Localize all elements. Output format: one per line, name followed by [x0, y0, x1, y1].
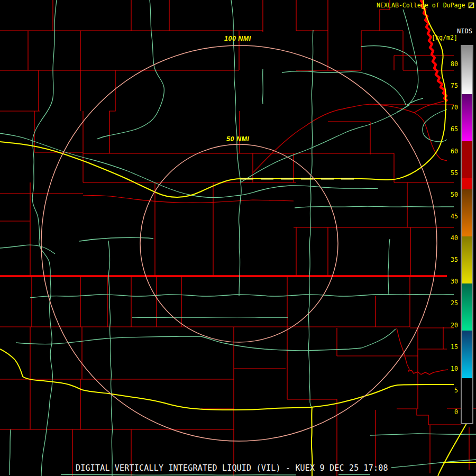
color-scale-tick-80: 80: [434, 60, 458, 68]
color-scale-tick-50: 50: [434, 191, 458, 198]
color-scale-tick-25: 25: [434, 299, 458, 307]
data-system-label: NIDS: [457, 28, 472, 35]
color-scale-segment-dark-red: [462, 141, 472, 179]
color-scale-segments: [462, 46, 472, 423]
color-scale-segment-olive-yellow: [462, 236, 472, 283]
color-scale-segment-bright-red: [462, 178, 472, 189]
range-ring-label-100nmi: 100 NMI: [224, 35, 251, 42]
river-green-layer: [0, 0, 476, 476]
cod-flag-icon: [468, 2, 474, 9]
county-boundaries-layer: [0, 0, 476, 476]
color-scale-tick-30: 30: [434, 278, 458, 285]
color-scale-tick-15: 15: [434, 343, 458, 351]
river-red-layer: [253, 101, 448, 374]
color-scale-tick-70: 70: [434, 104, 458, 111]
color-scale-tick-75: 75: [434, 82, 458, 89]
state-border-layer: [0, 0, 447, 276]
radar-map-canvas: [0, 0, 476, 476]
product-title: DIGITAL VERTICALLY INTEGRATED LIQUID (VI…: [76, 463, 388, 473]
color-scale-segment-brown-orange: [462, 189, 472, 236]
color-scale-segment-gray: [462, 46, 472, 94]
color-scale-bar: [461, 45, 473, 424]
range-ring-label-50nmi: 50 NMI: [226, 135, 249, 143]
color-scale-segment-teal-green: [462, 283, 472, 331]
color-scale-segment-navy-cyan: [462, 331, 472, 378]
color-scale-tick-55: 55: [434, 169, 458, 177]
color-scale-tick-45: 45: [434, 213, 458, 220]
color-scale-tick-10: 10: [434, 365, 458, 372]
color-scale-tick-40: 40: [434, 234, 458, 242]
color-scale-tick-0: 0: [434, 408, 458, 416]
header-title-row: NEXLAB-College of DuPage: [377, 2, 474, 9]
color-scale-tick-65: 65: [434, 125, 458, 133]
interstate-80: [0, 0, 446, 197]
radar-display: NEXLAB-College of DuPage NIDS [kg/m2] 10…: [0, 0, 476, 476]
color-scale-segment-black: [462, 378, 472, 423]
color-scale-tick-60: 60: [434, 148, 458, 155]
units-label: [kg/m2]: [432, 34, 457, 41]
color-scale-tick-20: 20: [434, 322, 458, 329]
highway-se-diagonal: [438, 424, 466, 476]
color-scale-tick-5: 5: [434, 387, 458, 394]
site-title: NEXLAB-College of DuPage: [377, 2, 465, 9]
color-scale-tick-35: 35: [434, 256, 458, 263]
highway-layer: [0, 0, 476, 476]
color-scale-segment-purple-magenta: [462, 94, 472, 141]
